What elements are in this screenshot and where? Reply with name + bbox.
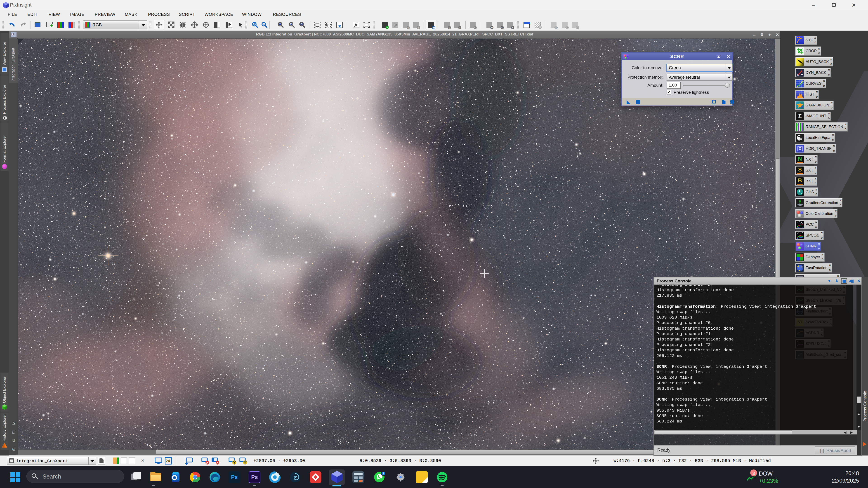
svg-text:1: 1 [383, 472, 384, 475]
